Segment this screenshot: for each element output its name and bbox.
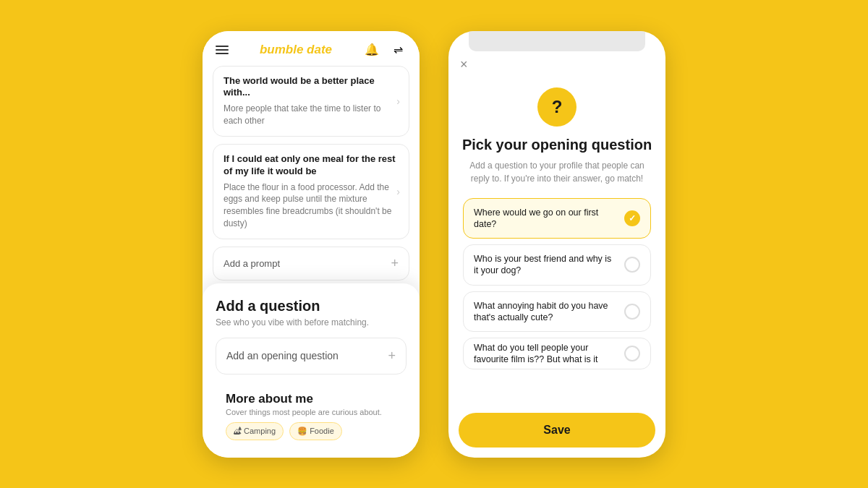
- pick-subtitle: Add a question to your profile that peop…: [461, 159, 652, 185]
- opening-question-button[interactable]: Add an opening question +: [216, 338, 407, 374]
- plus-icon: +: [391, 256, 399, 271]
- question-mark: ?: [552, 97, 563, 117]
- chevron-icon-1: ›: [396, 95, 400, 107]
- hamburger-icon[interactable]: [216, 46, 229, 54]
- opening-plus-icon: +: [388, 348, 396, 364]
- left-phone: bumble date 🔔 ⇌ The world would be a bet…: [203, 31, 420, 458]
- more-title: More about me: [226, 392, 396, 406]
- prompt-card-2[interactable]: If I could eat only one meal for the res…: [213, 144, 409, 239]
- prompt-text-2: Place the flour in a food processor. Add…: [224, 181, 399, 230]
- radio-3: [624, 304, 640, 320]
- question-option-2[interactable]: Who is your best friend and why is it yo…: [463, 244, 651, 286]
- radio-2: [624, 257, 640, 273]
- tag-foodie[interactable]: 🍔 Foodie: [289, 422, 342, 440]
- more-section: More about me Cover things most people a…: [216, 385, 407, 445]
- phone-header: bumble date 🔔 ⇌: [203, 31, 420, 66]
- close-button[interactable]: ×: [460, 57, 468, 72]
- popup-subtitle: See who you vibe with before matching.: [216, 317, 407, 328]
- filter-icon[interactable]: ⇌: [389, 41, 407, 59]
- question-text-2: Who is your best friend and why is it yo…: [474, 253, 624, 277]
- radio-4: [624, 346, 640, 361]
- prompt-title-2: If I could eat only one meal for the res…: [224, 153, 399, 178]
- add-prompt-label: Add a prompt: [224, 258, 280, 269]
- app-logo: bumble date: [260, 43, 332, 57]
- add-question-popup: Add a question See who you vibe with bef…: [203, 283, 420, 458]
- question-text-1: Where would we go on our first date?: [474, 207, 624, 231]
- tag-camping[interactable]: 🏕 Camping: [226, 422, 284, 440]
- question-option-3[interactable]: What annoying habit do you have that's a…: [463, 291, 651, 333]
- tag-row: 🏕 Camping 🍔 Foodie: [226, 422, 396, 440]
- pick-title: Pick your opening question: [462, 137, 652, 153]
- add-prompt-button[interactable]: Add a prompt +: [213, 247, 409, 281]
- question-list: Where would we go on our first date? Who…: [461, 198, 652, 370]
- top-bar-partial: [469, 31, 645, 51]
- more-subtitle: Cover things most people are curious abo…: [226, 408, 396, 416]
- popup-title: Add a question: [216, 298, 407, 314]
- opening-question-label: Add an opening question: [226, 350, 339, 361]
- save-button[interactable]: Save: [459, 413, 655, 448]
- prompt-text-1: More people that take the time to lister…: [224, 103, 399, 127]
- radio-1: [624, 210, 640, 226]
- question-text-3: What annoying habit do you have that's a…: [474, 300, 624, 324]
- chevron-icon-2: ›: [396, 186, 400, 197]
- question-text-4: What do you tell people your favourite f…: [474, 342, 624, 366]
- question-option-4[interactable]: What do you tell people your favourite f…: [463, 338, 651, 369]
- right-phone: × ? Pick your opening question Add a que…: [448, 31, 665, 458]
- header-icons: 🔔 ⇌: [363, 41, 407, 59]
- bell-icon[interactable]: 🔔: [363, 41, 380, 59]
- prompt-title-1: The world would be a better place with..…: [224, 75, 399, 100]
- question-icon: ?: [537, 87, 576, 127]
- right-content: ? Pick your opening question Add a quest…: [448, 51, 665, 370]
- question-option-1[interactable]: Where would we go on our first date?: [463, 198, 651, 239]
- prompt-card-1[interactable]: The world would be a better place with..…: [213, 66, 409, 137]
